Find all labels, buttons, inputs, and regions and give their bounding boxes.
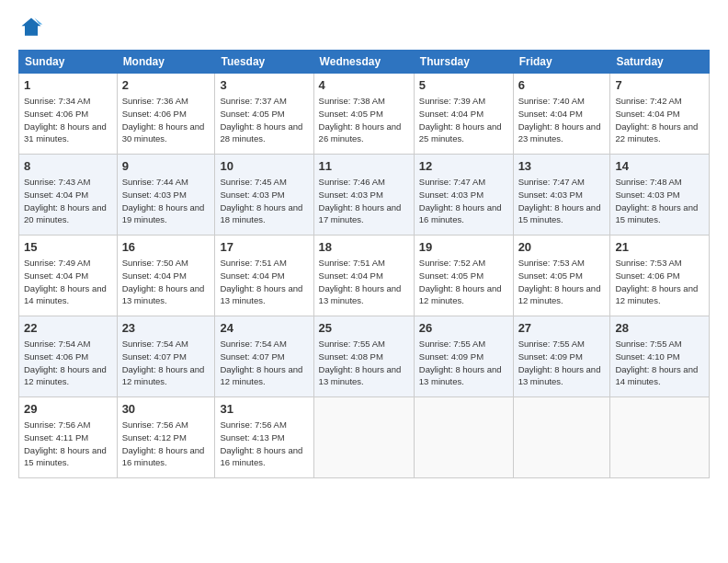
calendar-day-cell (414, 397, 513, 478)
day-info: Sunrise: 7:49 AMSunset: 4:04 PMDaylight:… (24, 257, 112, 307)
day-info: Sunrise: 7:42 AMSunset: 4:04 PMDaylight:… (615, 95, 704, 145)
day-number: 4 (319, 77, 409, 94)
col-saturday: Saturday (610, 51, 710, 74)
day-number: 27 (518, 320, 606, 337)
calendar-day-cell (610, 397, 710, 478)
calendar-week-row: 29Sunrise: 7:56 AMSunset: 4:11 PMDayligh… (19, 397, 710, 478)
calendar-day-cell: 18Sunrise: 7:51 AMSunset: 4:04 PMDayligh… (313, 236, 414, 316)
day-number: 11 (319, 158, 409, 175)
page: Sunday Monday Tuesday Wednesday Thursday… (0, 0, 728, 563)
day-info: Sunrise: 7:43 AMSunset: 4:04 PMDaylight:… (24, 176, 112, 226)
calendar-day-cell: 5Sunrise: 7:39 AMSunset: 4:04 PMDaylight… (414, 74, 513, 155)
day-number: 25 (319, 320, 409, 337)
svg-marker-0 (22, 18, 41, 36)
calendar-day-cell: 4Sunrise: 7:38 AMSunset: 4:05 PMDaylight… (313, 74, 414, 155)
col-thursday: Thursday (414, 51, 513, 74)
calendar-day-cell: 26Sunrise: 7:55 AMSunset: 4:09 PMDayligh… (414, 316, 513, 397)
calendar-day-cell: 24Sunrise: 7:54 AMSunset: 4:07 PMDayligh… (215, 316, 313, 397)
calendar-day-cell: 1Sunrise: 7:34 AMSunset: 4:06 PMDaylight… (19, 74, 118, 155)
header (18, 15, 710, 40)
day-number: 23 (122, 320, 210, 337)
day-info: Sunrise: 7:56 AMSunset: 4:11 PMDaylight:… (24, 419, 112, 469)
day-number: 22 (24, 320, 112, 337)
day-number: 24 (220, 320, 308, 337)
col-wednesday: Wednesday (313, 51, 414, 74)
day-number: 8 (24, 158, 112, 175)
logo (18, 15, 48, 40)
day-info: Sunrise: 7:54 AMSunset: 4:07 PMDaylight:… (220, 338, 308, 388)
calendar-day-cell: 3Sunrise: 7:37 AMSunset: 4:05 PMDaylight… (215, 74, 313, 155)
calendar-week-row: 1Sunrise: 7:34 AMSunset: 4:06 PMDaylight… (19, 74, 710, 155)
calendar-day-cell: 20Sunrise: 7:53 AMSunset: 4:05 PMDayligh… (513, 236, 610, 316)
day-info: Sunrise: 7:55 AMSunset: 4:10 PMDaylight:… (615, 338, 704, 388)
col-friday: Friday (513, 51, 610, 74)
calendar-day-cell: 23Sunrise: 7:54 AMSunset: 4:07 PMDayligh… (117, 316, 215, 397)
calendar-day-cell: 22Sunrise: 7:54 AMSunset: 4:06 PMDayligh… (19, 316, 118, 397)
day-number: 20 (518, 239, 606, 256)
calendar-week-row: 22Sunrise: 7:54 AMSunset: 4:06 PMDayligh… (19, 316, 710, 397)
calendar-day-cell: 16Sunrise: 7:50 AMSunset: 4:04 PMDayligh… (117, 236, 215, 316)
day-number: 14 (615, 158, 704, 175)
calendar-day-cell: 14Sunrise: 7:48 AMSunset: 4:03 PMDayligh… (610, 155, 710, 236)
day-info: Sunrise: 7:55 AMSunset: 4:09 PMDaylight:… (518, 338, 606, 388)
day-number: 26 (419, 320, 508, 337)
calendar: Sunday Monday Tuesday Wednesday Thursday… (18, 50, 710, 478)
calendar-day-cell: 13Sunrise: 7:47 AMSunset: 4:03 PMDayligh… (513, 155, 610, 236)
day-info: Sunrise: 7:51 AMSunset: 4:04 PMDaylight:… (319, 257, 409, 307)
day-number: 12 (419, 158, 508, 175)
calendar-day-cell: 30Sunrise: 7:56 AMSunset: 4:12 PMDayligh… (117, 397, 215, 478)
day-number: 18 (319, 239, 409, 256)
day-number: 28 (615, 320, 704, 337)
day-number: 9 (122, 158, 210, 175)
calendar-day-cell: 29Sunrise: 7:56 AMSunset: 4:11 PMDayligh… (19, 397, 118, 478)
calendar-week-row: 8Sunrise: 7:43 AMSunset: 4:04 PMDaylight… (19, 155, 710, 236)
col-sunday: Sunday (19, 51, 118, 74)
calendar-day-cell: 2Sunrise: 7:36 AMSunset: 4:06 PMDaylight… (117, 74, 215, 155)
calendar-day-cell: 8Sunrise: 7:43 AMSunset: 4:04 PMDaylight… (19, 155, 118, 236)
day-info: Sunrise: 7:34 AMSunset: 4:06 PMDaylight:… (24, 95, 112, 145)
day-info: Sunrise: 7:56 AMSunset: 4:12 PMDaylight:… (122, 419, 210, 469)
day-number: 1 (24, 77, 112, 94)
calendar-day-cell: 7Sunrise: 7:42 AMSunset: 4:04 PMDaylight… (610, 74, 710, 155)
day-info: Sunrise: 7:39 AMSunset: 4:04 PMDaylight:… (419, 95, 508, 145)
day-info: Sunrise: 7:54 AMSunset: 4:06 PMDaylight:… (24, 338, 112, 388)
col-monday: Monday (117, 51, 215, 74)
day-info: Sunrise: 7:53 AMSunset: 4:06 PMDaylight:… (615, 257, 704, 307)
day-number: 2 (122, 77, 210, 94)
day-number: 3 (220, 77, 308, 94)
calendar-day-cell: 27Sunrise: 7:55 AMSunset: 4:09 PMDayligh… (513, 316, 610, 397)
day-number: 30 (122, 401, 210, 418)
day-info: Sunrise: 7:44 AMSunset: 4:03 PMDaylight:… (122, 176, 210, 226)
day-info: Sunrise: 7:46 AMSunset: 4:03 PMDaylight:… (319, 176, 409, 226)
day-info: Sunrise: 7:40 AMSunset: 4:04 PMDaylight:… (518, 95, 606, 145)
calendar-day-cell: 31Sunrise: 7:56 AMSunset: 4:13 PMDayligh… (215, 397, 313, 478)
calendar-week-row: 15Sunrise: 7:49 AMSunset: 4:04 PMDayligh… (19, 236, 710, 316)
day-number: 15 (24, 239, 112, 256)
calendar-day-cell: 10Sunrise: 7:45 AMSunset: 4:03 PMDayligh… (215, 155, 313, 236)
day-info: Sunrise: 7:55 AMSunset: 4:09 PMDaylight:… (419, 338, 508, 388)
day-info: Sunrise: 7:47 AMSunset: 4:03 PMDaylight:… (419, 176, 508, 226)
day-info: Sunrise: 7:50 AMSunset: 4:04 PMDaylight:… (122, 257, 210, 307)
calendar-day-cell: 21Sunrise: 7:53 AMSunset: 4:06 PMDayligh… (610, 236, 710, 316)
day-info: Sunrise: 7:52 AMSunset: 4:05 PMDaylight:… (419, 257, 508, 307)
day-info: Sunrise: 7:36 AMSunset: 4:06 PMDaylight:… (122, 95, 210, 145)
day-number: 21 (615, 239, 704, 256)
calendar-day-cell: 6Sunrise: 7:40 AMSunset: 4:04 PMDaylight… (513, 74, 610, 155)
calendar-day-cell: 28Sunrise: 7:55 AMSunset: 4:10 PMDayligh… (610, 316, 710, 397)
calendar-header-row: Sunday Monday Tuesday Wednesday Thursday… (19, 51, 710, 74)
calendar-day-cell (513, 397, 610, 478)
day-number: 6 (518, 77, 606, 94)
day-info: Sunrise: 7:45 AMSunset: 4:03 PMDaylight:… (220, 176, 308, 226)
day-info: Sunrise: 7:54 AMSunset: 4:07 PMDaylight:… (122, 338, 210, 388)
day-number: 31 (220, 401, 308, 418)
day-number: 19 (419, 239, 508, 256)
day-info: Sunrise: 7:48 AMSunset: 4:03 PMDaylight:… (615, 176, 704, 226)
day-number: 17 (220, 239, 308, 256)
day-number: 5 (419, 77, 508, 94)
calendar-day-cell: 12Sunrise: 7:47 AMSunset: 4:03 PMDayligh… (414, 155, 513, 236)
day-number: 7 (615, 77, 704, 94)
calendar-day-cell: 15Sunrise: 7:49 AMSunset: 4:04 PMDayligh… (19, 236, 118, 316)
calendar-day-cell: 25Sunrise: 7:55 AMSunset: 4:08 PMDayligh… (313, 316, 414, 397)
logo-icon (18, 15, 44, 40)
day-info: Sunrise: 7:53 AMSunset: 4:05 PMDaylight:… (518, 257, 606, 307)
